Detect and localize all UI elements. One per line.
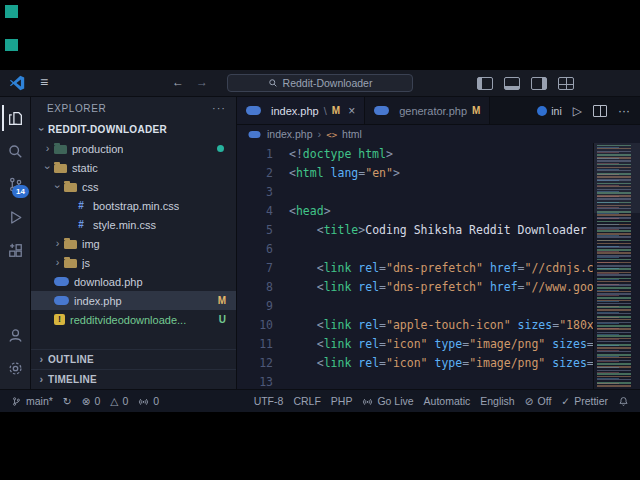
code-text: <head> bbox=[289, 202, 331, 221]
forward-arrow-icon[interactable]: → bbox=[196, 75, 208, 89]
tree-item-label: index.php bbox=[74, 295, 122, 307]
menu-icon[interactable]: ≡ bbox=[40, 74, 48, 90]
activitybar-source-control-icon[interactable]: 14 bbox=[2, 171, 28, 197]
status-notifications[interactable] bbox=[613, 390, 634, 412]
status-ports[interactable]: 0 bbox=[133, 390, 164, 412]
code-line[interactable]: 2<html lang="en"> bbox=[237, 164, 640, 183]
more-actions-icon[interactable]: ··· bbox=[212, 102, 226, 114]
code-line[interactable]: 7 <link rel="dns-prefetch" href="//cdnjs… bbox=[237, 259, 640, 278]
tab-generator-php[interactable]: generator.php M bbox=[365, 97, 490, 124]
tree-item-bootstrap-min-css[interactable]: #bootstrap.min.css bbox=[31, 196, 236, 215]
code-line[interactable]: 9 bbox=[237, 297, 640, 316]
code-line[interactable]: 10 <link rel="apple-touch-icon" sizes="1… bbox=[237, 316, 640, 335]
timeline-section[interactable]: TIMELINE bbox=[31, 369, 236, 389]
php-icon bbox=[54, 277, 69, 286]
folder-icon bbox=[64, 183, 77, 192]
code-line[interactable]: 1<!doctype html> bbox=[237, 145, 640, 164]
more-actions-icon[interactable]: ··· bbox=[618, 105, 630, 117]
split-editor-icon[interactable] bbox=[593, 105, 607, 117]
breadcrumb-file[interactable]: index.php bbox=[267, 128, 313, 140]
code-line[interactable]: 12 <link rel="icon" type="image/png" siz… bbox=[237, 354, 640, 373]
status-sync[interactable]: ↻ bbox=[58, 390, 77, 412]
search-icon bbox=[268, 78, 278, 88]
status-errors[interactable]: ⊗0 bbox=[77, 390, 106, 412]
toggle-sidebar-icon[interactable] bbox=[477, 77, 493, 90]
status-automatic[interactable]: Automatic bbox=[419, 390, 476, 412]
line-number: 12 bbox=[237, 354, 289, 373]
code-lines: 1<!doctype html>2<html lang="en">34<head… bbox=[237, 145, 640, 389]
activitybar-explorer-icon[interactable] bbox=[2, 105, 28, 131]
vscode-window: ≡ ← → Reddit-Downloader 14 EXPLO bbox=[0, 70, 640, 412]
tree-item-img[interactable]: img bbox=[31, 234, 236, 253]
status-language-english[interactable]: English bbox=[475, 390, 519, 412]
sync-icon: ↻ bbox=[63, 395, 72, 407]
minimap-viewport[interactable] bbox=[594, 143, 640, 213]
tab-index-php[interactable]: index.php \ M × bbox=[237, 97, 365, 124]
line-number: 2 bbox=[237, 164, 289, 183]
line-number: 8 bbox=[237, 278, 289, 297]
tree-root-reddit-downloader[interactable]: REDDIT-DOWNLOADER bbox=[31, 119, 236, 139]
tree-item-static[interactable]: static bbox=[31, 158, 236, 177]
badge-count: 14 bbox=[12, 185, 29, 198]
code-line[interactable]: 3 bbox=[237, 183, 640, 202]
status-label: 0 bbox=[153, 395, 159, 407]
block-icon: ⊘ bbox=[525, 395, 534, 407]
tree-item-js[interactable]: js bbox=[31, 253, 236, 272]
root-folder-label: REDDIT-DOWNLOADER bbox=[48, 124, 167, 135]
toggle-panel-icon[interactable] bbox=[504, 77, 520, 90]
status-git-branch[interactable]: main* bbox=[6, 390, 58, 412]
chevron-right-icon bbox=[35, 354, 48, 365]
command-center-search[interactable]: Reddit-Downloader bbox=[227, 74, 413, 92]
branch-icon bbox=[11, 396, 22, 407]
breadcrumb-node[interactable]: html bbox=[342, 128, 362, 140]
sidebar-header: EXPLORER ··· bbox=[31, 97, 236, 119]
status-label: Prettier bbox=[574, 395, 608, 407]
tree-item-style-min-css[interactable]: #style.min.css bbox=[31, 215, 236, 234]
activitybar-accounts-icon[interactable] bbox=[2, 322, 28, 348]
tree-item-production[interactable]: production bbox=[31, 139, 236, 158]
code-editor[interactable]: 1<!doctype html>2<html lang="en">34<head… bbox=[237, 143, 640, 389]
code-text: <link rel="apple-touch-icon" sizes="180x… bbox=[289, 316, 608, 335]
activitybar-search-icon[interactable] bbox=[2, 138, 28, 164]
tree-item-download-php[interactable]: download.php bbox=[31, 272, 236, 291]
activity-bar: 14 bbox=[0, 97, 31, 389]
css-icon: # bbox=[74, 218, 88, 231]
activitybar-extensions-icon[interactable] bbox=[2, 237, 28, 263]
tree-item-css[interactable]: css bbox=[31, 177, 236, 196]
close-icon[interactable]: × bbox=[348, 104, 355, 118]
status-language-mode[interactable]: PHP bbox=[326, 390, 358, 412]
line-number: 3 bbox=[237, 183, 289, 202]
code-line[interactable]: 4<head> bbox=[237, 202, 640, 221]
code-line[interactable]: 6 bbox=[237, 240, 640, 259]
status-prettier[interactable]: ✓Prettier bbox=[556, 390, 613, 412]
code-line[interactable]: 11 <link rel="icon" type="image/png" siz… bbox=[237, 335, 640, 354]
code-line[interactable]: 13 bbox=[237, 373, 640, 389]
tab-actions: ini ▷ ··· bbox=[537, 97, 640, 124]
sidebar-title: EXPLORER bbox=[47, 103, 106, 114]
status-go-live[interactable]: Go Live bbox=[357, 390, 418, 412]
outline-section[interactable]: OUTLINE bbox=[31, 349, 236, 369]
line-number: 13 bbox=[237, 373, 289, 389]
tree-item-redditvideodownloade[interactable]: !redditvideodownloade...U bbox=[31, 310, 236, 329]
ini-indicator[interactable]: ini bbox=[537, 105, 562, 117]
activitybar-settings-icon[interactable] bbox=[2, 355, 28, 381]
run-button[interactable]: ▷ bbox=[573, 105, 582, 117]
modified-badge: M bbox=[332, 105, 340, 116]
tree-item-label: js bbox=[82, 257, 90, 269]
status-encoding[interactable]: UTF-8 bbox=[249, 390, 289, 412]
activitybar-run-and-debug-icon[interactable] bbox=[2, 204, 28, 230]
warning-icon: ! bbox=[54, 314, 65, 325]
tree-item-label: style.min.css bbox=[93, 219, 156, 231]
code-line[interactable]: 5 <title>Coding Shiksha Reddit Downloade… bbox=[237, 221, 640, 240]
minimap[interactable] bbox=[593, 143, 640, 389]
chevron-right-icon bbox=[35, 374, 48, 385]
code-line[interactable]: 8 <link rel="dns-prefetch" href="//www.g… bbox=[237, 278, 640, 297]
back-arrow-icon[interactable]: ← bbox=[172, 75, 184, 89]
section-label: TIMELINE bbox=[48, 374, 97, 385]
toggle-secondary-sidebar-icon[interactable] bbox=[531, 77, 547, 90]
status-warnings[interactable]: △0 bbox=[105, 390, 133, 412]
tree-item-index-php[interactable]: index.phpM bbox=[31, 291, 236, 310]
status-off-toggle[interactable]: ⊘Off bbox=[520, 390, 557, 412]
customize-layout-icon[interactable] bbox=[558, 77, 574, 90]
status-end-of-line[interactable]: CRLF bbox=[288, 390, 325, 412]
